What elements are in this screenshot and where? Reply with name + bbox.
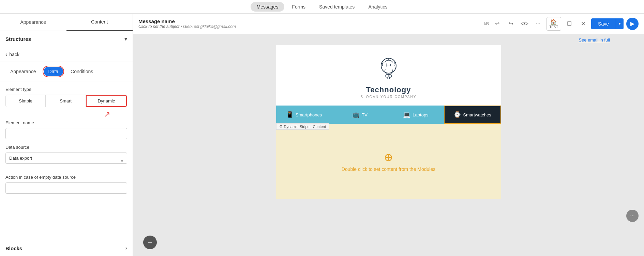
- nav-label-laptops: Laptops: [413, 112, 428, 117]
- type-btn-simple[interactable]: Simple: [6, 95, 46, 107]
- nav-item-laptops: 💻 Laptops: [388, 106, 444, 124]
- nav-tab-analytics[interactable]: Analytics: [362, 2, 393, 12]
- element-name-label: Element name: [5, 120, 127, 125]
- email-nav: 📱 Smartphones 📺 TV 💻 Laptops ⌚ Smartwatc…: [276, 106, 501, 124]
- element-type-label: Element type: [5, 87, 127, 92]
- more-icon[interactable]: ···: [533, 18, 544, 29]
- play-button[interactable]: ▶: [626, 18, 639, 30]
- email-logo-section: Technology SLOGAN YOUR COMPANY: [276, 45, 501, 106]
- panel-content: Element type Simple Smart Dynamic ↗ Elem…: [0, 81, 133, 240]
- email-container: Technology SLOGAN YOUR COMPANY 📱 Smartph…: [276, 45, 501, 199]
- sub-tabs: Appearance Data Conditions: [0, 62, 133, 81]
- back-arrow-icon: ‹: [5, 51, 7, 58]
- gear-icon: ⚙: [279, 124, 283, 129]
- test-icon: 🏠: [550, 19, 557, 25]
- blocks-title: Blocks: [5, 245, 22, 251]
- panel-tab-appearance[interactable]: Appearance: [0, 14, 66, 31]
- data-source-select[interactable]: Data export: [5, 153, 127, 164]
- nav-tab-forms[interactable]: Forms: [286, 2, 312, 12]
- structures-header: Structures ▾: [0, 31, 133, 47]
- click-hint: Double click to set content from the Mod…: [342, 166, 435, 172]
- tech-slogan: SLOGAN YOUR COMPANY: [361, 95, 417, 99]
- blocks-expand-icon: ›: [125, 245, 127, 251]
- nav-item-smartwatches: ⌚ Smartwatches: [444, 106, 501, 124]
- save-caret-button[interactable]: ▾: [616, 18, 624, 29]
- panel-tab-content[interactable]: Content: [66, 14, 133, 31]
- test-button[interactable]: 🏠 TEST: [546, 17, 561, 31]
- message-name-area: Message name Click to set the subject • …: [138, 18, 476, 29]
- mobile-preview-icon[interactable]: ☐: [564, 18, 575, 29]
- message-subtitle: Click to set the subject • GlebTest gklu…: [138, 24, 476, 29]
- click-cursor-icon: ⊕: [384, 151, 393, 164]
- svg-point-2: [386, 75, 388, 77]
- back-row[interactable]: ‹ back: [0, 47, 133, 62]
- type-btn-smart[interactable]: Smart: [46, 95, 86, 107]
- dynamic-stripe-label: ⚙ Dynamic-Stripe - Content: [276, 123, 329, 130]
- redo-icon[interactable]: ↪: [506, 18, 516, 29]
- data-source-label: Data source: [5, 145, 127, 150]
- svg-point-4: [388, 77, 390, 79]
- save-button-group: Save ▾: [591, 18, 624, 29]
- message-name[interactable]: Message name: [138, 18, 476, 24]
- code-icon[interactable]: </>: [519, 18, 530, 29]
- action-empty-input[interactable]: [5, 182, 127, 194]
- back-label: back: [9, 52, 19, 57]
- arrow-indicator: ↗: [5, 110, 127, 119]
- element-name-input[interactable]: [5, 128, 127, 139]
- structures-collapse-icon[interactable]: ▾: [124, 36, 127, 42]
- sub-tab-appearance[interactable]: Appearance: [5, 67, 41, 76]
- nav-label-tv: TV: [362, 112, 368, 117]
- top-nav: Messages Forms Saved templates Analytics: [0, 0, 644, 14]
- tech-name: Technology: [366, 85, 411, 94]
- chat-bubble[interactable]: ···: [626, 210, 639, 222]
- nav-item-tv: 📺 TV: [332, 106, 388, 124]
- dynamic-content-area[interactable]: ⚙ Dynamic-Stripe - Content ⊕ Double clic…: [276, 124, 501, 199]
- see-email-link[interactable]: See email in full: [579, 37, 610, 43]
- svg-point-3: [389, 75, 392, 77]
- right-panel: Message name Click to set the subject • …: [133, 14, 644, 256]
- panel-tabs: Appearance Content: [0, 14, 133, 31]
- nav-label-smartphones: Smartphones: [296, 112, 322, 117]
- red-arrow-icon: ↗: [104, 110, 110, 119]
- action-empty-label: Action in case of empty data source: [5, 175, 127, 180]
- nav-item-smartphones: 📱 Smartphones: [276, 106, 332, 124]
- element-type-buttons: Simple Smart Dynamic: [5, 95, 127, 107]
- type-btn-dynamic[interactable]: Dynamic: [86, 95, 127, 107]
- kb-label: — kB: [478, 21, 489, 26]
- save-button[interactable]: Save: [591, 18, 616, 29]
- left-panel: Appearance Content Structures ▾ ‹ back A…: [0, 14, 133, 256]
- smartwatch-icon: ⌚: [453, 111, 461, 118]
- close-icon[interactable]: ✕: [578, 18, 588, 29]
- main-layout: Appearance Content Structures ▾ ‹ back A…: [0, 14, 644, 256]
- smartphone-icon: 📱: [286, 111, 294, 118]
- blocks-section[interactable]: Blocks ›: [0, 240, 133, 256]
- email-canvas: See email in full: [133, 34, 644, 256]
- tv-icon: 📺: [352, 111, 360, 118]
- laptop-icon: 💻: [403, 111, 410, 118]
- nav-tab-messages[interactable]: Messages: [251, 2, 285, 12]
- right-toolbar: Message name Click to set the subject • …: [133, 14, 644, 34]
- data-source-wrapper: Data export: [5, 153, 127, 169]
- sub-tab-conditions[interactable]: Conditions: [66, 67, 98, 76]
- add-block-button[interactable]: +: [143, 236, 157, 249]
- structures-title: Structures: [5, 36, 31, 42]
- brain-logo-icon: [375, 55, 402, 83]
- undo-icon[interactable]: ↩: [492, 18, 503, 29]
- nav-label-smartwatches: Smartwatches: [463, 112, 491, 117]
- nav-tab-saved-templates[interactable]: Saved templates: [313, 2, 361, 12]
- sub-tab-data[interactable]: Data: [44, 67, 63, 76]
